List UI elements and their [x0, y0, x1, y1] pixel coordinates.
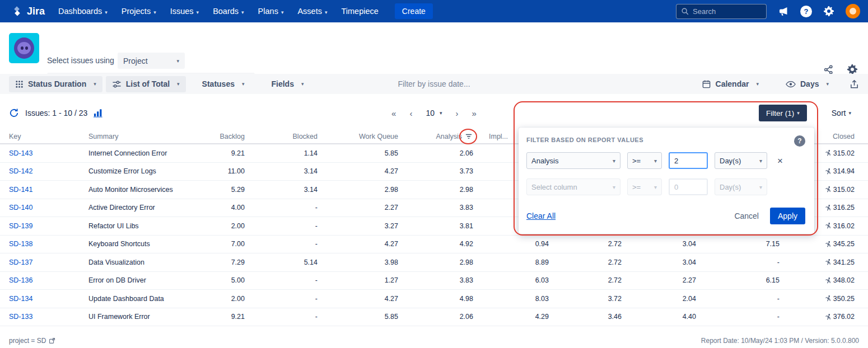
external-link-icon[interactable]: [49, 337, 55, 344]
table-row[interactable]: SD-138 Keyboard Shortcuts 7.00 - 4.27 4.…: [0, 236, 868, 254]
previous-page-icon[interactable]: ‹: [409, 109, 412, 118]
column-header-blocked[interactable]: Blocked: [245, 133, 318, 140]
issue-key-link[interactable]: SD-133: [9, 313, 32, 321]
column-header-backlog[interactable]: Backlog: [214, 133, 245, 140]
closed-value: 316.02: [833, 222, 855, 230]
nav-item-boards[interactable]: Boards▾: [213, 7, 244, 16]
view-mode-button[interactable]: List of Total▾: [106, 76, 186, 92]
nav-item-timepiece[interactable]: Timepiece: [341, 7, 378, 16]
date-filter-input[interactable]: Filter by issue date...: [398, 79, 470, 88]
filter-help-icon[interactable]: ?: [794, 135, 805, 147]
announcements-icon[interactable]: [778, 6, 789, 17]
refresh-icon[interactable]: [9, 108, 19, 118]
column-filter-icon[interactable]: [464, 132, 473, 142]
scope-select[interactable]: Project▾: [118, 53, 185, 69]
duration-cell: -: [696, 295, 780, 303]
nav-item-issues[interactable]: Issues▾: [170, 7, 199, 16]
issue-key-link[interactable]: SD-140: [9, 204, 32, 211]
duration-cell: 2.72: [549, 240, 622, 248]
settings-gear-icon[interactable]: [847, 64, 858, 75]
jira-logo[interactable]: Jira: [11, 6, 45, 17]
export-icon[interactable]: [850, 79, 859, 89]
filter-column-select-empty[interactable]: Select column▾: [526, 178, 620, 195]
sort-button[interactable]: Sort▾: [832, 109, 851, 117]
nav-item-dashboards[interactable]: Dashboards▾: [58, 7, 108, 16]
filter-value-input-empty[interactable]: [669, 178, 708, 195]
page-size-select[interactable]: 10▾: [426, 109, 442, 117]
table-row[interactable]: SD-137 Data Visualization 7.29 5.14 3.98…: [0, 253, 868, 272]
duration-cell: 4.92: [398, 240, 473, 248]
issue-key-link[interactable]: SD-137: [9, 258, 32, 266]
duration-cell: 3.81: [398, 222, 473, 230]
resolution-runner-icon: [825, 313, 832, 321]
issue-key-link[interactable]: SD-136: [9, 276, 32, 284]
duration-cell: 4.40: [622, 313, 696, 321]
chevron-down-icon: ▾: [241, 10, 244, 15]
report-type-button[interactable]: Status Duration▾: [9, 76, 102, 92]
closed-value: 341.25: [833, 258, 855, 266]
last-page-icon[interactable]: »: [472, 109, 477, 118]
grid-icon: [15, 80, 24, 88]
duration-cell: 3.04: [622, 258, 696, 266]
help-icon[interactable]: ?: [800, 6, 812, 17]
remove-filter-icon[interactable]: ×: [777, 156, 783, 166]
next-page-icon[interactable]: ›: [456, 109, 459, 118]
column-header-analysis[interactable]: Analysis: [398, 132, 473, 142]
filter-unit-select[interactable]: Day(s)▾: [715, 152, 767, 169]
duration-cell: 2.06: [398, 149, 473, 157]
duration-cell: 5.85: [318, 149, 398, 157]
table-row[interactable]: SD-134 Update Dashboard Data 2.00 - 4.27…: [0, 290, 868, 308]
create-button[interactable]: Create: [395, 3, 433, 19]
chart-view-icon[interactable]: [94, 109, 104, 117]
duration-cell: 4.00: [214, 204, 245, 211]
table-row[interactable]: SD-133 UI Framework Error 9.21 - 5.85 2.…: [0, 308, 868, 327]
filter-column-select[interactable]: Analysis▾: [526, 152, 620, 169]
duration-cell: 2.00: [214, 295, 245, 303]
nav-item-plans[interactable]: Plans▾: [258, 7, 284, 16]
filter-operator-select[interactable]: >=▾: [627, 152, 662, 169]
duration-cell: 7.15: [696, 240, 780, 248]
fields-button[interactable]: Fields▾: [265, 76, 310, 92]
search-input[interactable]: [693, 7, 762, 16]
table-row[interactable]: SD-136 Error on DB Driver 5.00 - 1.27 3.…: [0, 272, 868, 290]
share-icon[interactable]: [823, 64, 834, 75]
issue-key-link[interactable]: SD-134: [9, 295, 32, 303]
closed-value: 314.94: [833, 167, 855, 175]
unit-button[interactable]: Days▾: [780, 76, 835, 92]
filter-button[interactable]: Filter (1)▾: [759, 105, 807, 121]
apply-button[interactable]: Apply: [770, 208, 805, 224]
filter-operator-select-empty[interactable]: >=▾: [627, 178, 662, 195]
resolution-runner-icon: [825, 168, 832, 175]
global-search[interactable]: [676, 4, 767, 19]
duration-cell: 2.98: [398, 186, 473, 194]
cancel-button[interactable]: Cancel: [734, 211, 759, 220]
duration-cell: 2.06: [398, 313, 473, 321]
nav-item-projects[interactable]: Projects▾: [122, 7, 156, 16]
filter-value-input[interactable]: [669, 152, 708, 169]
duration-cell: 3.98: [318, 258, 398, 266]
filter-unit-select-empty[interactable]: Day(s)▾: [715, 178, 767, 195]
issue-summary: Error on DB Driver: [88, 276, 214, 284]
nav-item-assets[interactable]: Assets▾: [297, 7, 327, 16]
issue-key-link[interactable]: SD-142: [9, 167, 32, 175]
clear-all-link[interactable]: Clear All: [526, 211, 556, 220]
column-header-work-queue[interactable]: Work Queue: [318, 133, 398, 140]
gear-icon[interactable]: [823, 6, 834, 17]
statuses-button[interactable]: Statuses▾: [196, 76, 251, 92]
issue-summary: Internet Connection Error: [88, 149, 214, 157]
issue-key-link[interactable]: SD-138: [9, 240, 32, 248]
report-footer: project = SD Report Date: 10/May/24 1:03…: [0, 333, 868, 348]
first-page-icon[interactable]: «: [391, 109, 396, 118]
issue-key-link[interactable]: SD-139: [9, 222, 32, 230]
calendar-button[interactable]: Calendar▾: [696, 76, 765, 92]
user-avatar[interactable]: [846, 4, 860, 18]
duration-cell: -: [245, 240, 318, 248]
chevron-down-icon: ▾: [177, 81, 180, 87]
chevron-down-icon: ▾: [848, 110, 851, 116]
column-header-summary[interactable]: Summary: [88, 133, 214, 140]
issue-summary: Data Visualization: [88, 258, 214, 266]
issue-key-link[interactable]: SD-141: [9, 186, 32, 194]
issue-key-link[interactable]: SD-143: [9, 149, 32, 157]
column-header-key[interactable]: Key: [9, 133, 88, 140]
closed-cell: 348.02: [780, 276, 855, 284]
